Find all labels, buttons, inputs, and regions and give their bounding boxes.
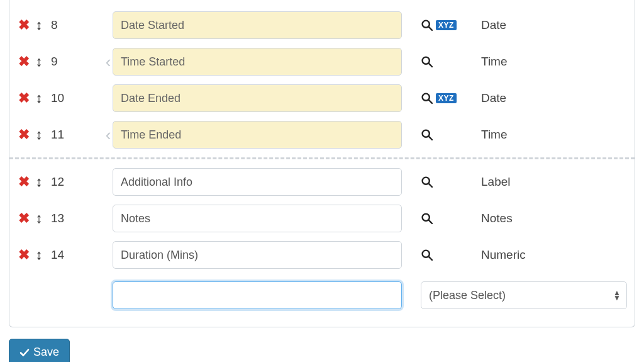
save-button-label: Save bbox=[33, 346, 59, 359]
sort-handle-icon[interactable]: ↕ bbox=[33, 248, 45, 262]
field-label-input[interactable] bbox=[113, 48, 402, 76]
svg-line-13 bbox=[429, 257, 432, 260]
delete-icon[interactable]: ✖ bbox=[17, 18, 31, 32]
sort-handle-icon[interactable]: ↕ bbox=[33, 212, 45, 225]
svg-line-11 bbox=[429, 220, 432, 223]
field-type-label: Notes bbox=[452, 212, 513, 225]
field-type-label: Date bbox=[452, 18, 506, 32]
field-label-input[interactable] bbox=[113, 168, 402, 196]
field-label-input[interactable] bbox=[113, 121, 402, 149]
check-icon bbox=[19, 348, 30, 358]
delete-icon[interactable]: ✖ bbox=[17, 212, 31, 225]
save-button[interactable]: Save bbox=[9, 339, 70, 362]
search-icon[interactable] bbox=[421, 128, 433, 141]
section-separator bbox=[9, 157, 635, 159]
search-icon[interactable] bbox=[421, 92, 433, 105]
row-number: 14 bbox=[51, 248, 69, 262]
field-label-input[interactable] bbox=[113, 241, 402, 269]
delete-icon[interactable]: ✖ bbox=[17, 248, 31, 262]
field-label-input[interactable] bbox=[113, 84, 402, 112]
field-type-label: Time bbox=[452, 128, 508, 142]
type-select[interactable]: (Please Select) bbox=[421, 281, 627, 309]
delete-icon[interactable]: ✖ bbox=[17, 55, 31, 69]
sort-handle-icon[interactable]: ↕ bbox=[33, 18, 45, 32]
svg-line-1 bbox=[429, 27, 432, 30]
search-icon[interactable] bbox=[421, 19, 433, 31]
row-number: 9 bbox=[51, 55, 69, 69]
svg-line-7 bbox=[429, 137, 432, 140]
delete-icon[interactable]: ✖ bbox=[17, 128, 31, 142]
svg-line-9 bbox=[429, 184, 432, 187]
row-number: 11 bbox=[51, 128, 69, 142]
sort-handle-icon[interactable]: ↕ bbox=[33, 55, 45, 69]
row-number: 13 bbox=[51, 212, 69, 225]
field-label-input[interactable] bbox=[113, 205, 402, 232]
svg-line-5 bbox=[429, 100, 432, 103]
search-icon[interactable] bbox=[421, 249, 433, 261]
field-row: ✖↕14Numeric bbox=[9, 241, 635, 269]
field-type-label: Label bbox=[452, 175, 511, 189]
field-type-label: Time bbox=[452, 55, 508, 69]
form-panel: ✖↕8XYZDate✖↕9‹Time✖↕10XYZDate✖↕11‹Time✖↕… bbox=[9, 0, 635, 327]
sort-handle-icon[interactable]: ↕ bbox=[33, 91, 45, 105]
field-row: ✖↕9‹Time bbox=[9, 48, 635, 76]
row-number: 8 bbox=[51, 18, 69, 32]
field-row: ✖↕12Label bbox=[9, 168, 635, 196]
caret-left-icon: ‹ bbox=[104, 127, 113, 143]
field-type-label: Date bbox=[452, 91, 506, 105]
row-number: 10 bbox=[51, 91, 69, 105]
new-field-row: (Please Select) ▲▼ bbox=[9, 278, 635, 309]
search-icon[interactable] bbox=[421, 212, 433, 225]
sort-handle-icon[interactable]: ↕ bbox=[33, 128, 45, 142]
svg-line-3 bbox=[429, 64, 432, 67]
field-row: ✖↕13Notes bbox=[9, 205, 635, 232]
field-label-input[interactable] bbox=[113, 11, 402, 39]
field-row: ✖↕8XYZDate bbox=[9, 11, 635, 39]
sort-handle-icon[interactable]: ↕ bbox=[33, 175, 45, 189]
field-row: ✖↕11‹Time bbox=[9, 121, 635, 149]
search-icon[interactable] bbox=[421, 176, 433, 188]
field-row: ✖↕10XYZDate bbox=[9, 84, 635, 112]
caret-left-icon: ‹ bbox=[104, 54, 113, 70]
delete-icon[interactable]: ✖ bbox=[17, 175, 31, 189]
field-type-label: Numeric bbox=[452, 248, 526, 262]
row-number: 12 bbox=[51, 175, 69, 189]
delete-icon[interactable]: ✖ bbox=[17, 91, 31, 105]
new-field-input[interactable] bbox=[113, 281, 402, 309]
search-icon[interactable] bbox=[421, 55, 433, 68]
